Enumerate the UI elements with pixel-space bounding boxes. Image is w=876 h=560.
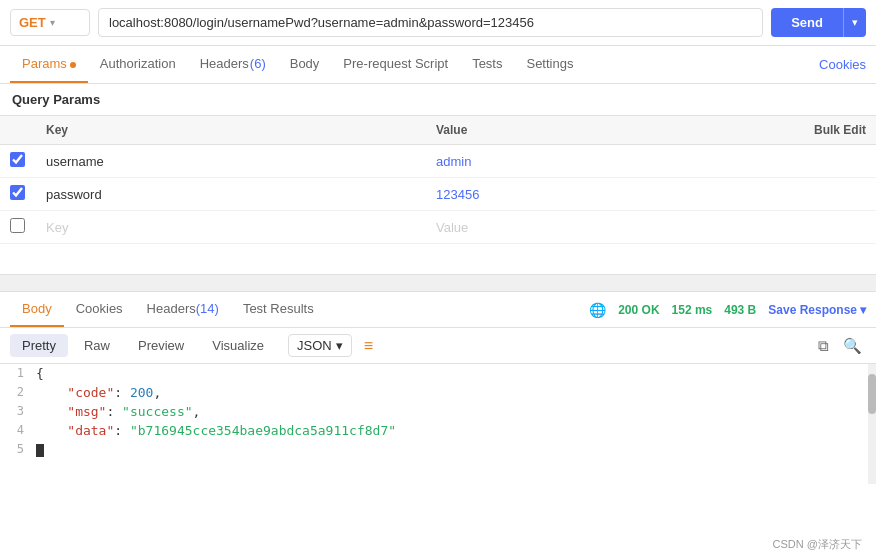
chevron-down-icon: ▾ bbox=[50, 17, 55, 28]
json-line-1: 1 { bbox=[0, 364, 876, 383]
response-status-bar: 🌐 200 OK 152 ms 493 B Save Response ▾ bbox=[589, 302, 866, 318]
query-params-section: Query Params Key Value Bulk Edit usernam… bbox=[0, 84, 876, 244]
row1-checkbox-cell bbox=[0, 145, 36, 178]
send-arrow-button[interactable]: ▾ bbox=[843, 8, 866, 37]
row1-checkbox[interactable] bbox=[10, 152, 25, 167]
row2-value: 123456 bbox=[426, 178, 726, 211]
tab-authorization[interactable]: Authorization bbox=[88, 46, 188, 83]
table-row: Key Value bbox=[0, 211, 876, 244]
query-params-label: Query Params bbox=[0, 84, 876, 115]
tab-settings[interactable]: Settings bbox=[514, 46, 585, 83]
json-line-5: 5 bbox=[0, 440, 876, 459]
section-divider bbox=[0, 274, 876, 292]
table-row: password 123456 bbox=[0, 178, 876, 211]
chevron-down-icon: ▾ bbox=[860, 303, 866, 317]
row3-value: Value bbox=[426, 211, 726, 244]
request-tabs-bar: Params Authorization Headers(6) Body Pre… bbox=[0, 46, 876, 84]
cookies-link[interactable]: Cookies bbox=[819, 47, 866, 82]
json-line-3: 3 "msg": "success", bbox=[0, 402, 876, 421]
row3-checkbox[interactable] bbox=[10, 218, 25, 233]
method-label: GET bbox=[19, 15, 46, 30]
row1-value: admin bbox=[426, 145, 726, 178]
tab-tests[interactable]: Tests bbox=[460, 46, 514, 83]
filter-icon[interactable]: ≡ bbox=[364, 337, 373, 355]
format-right-icons: ⧉ 🔍 bbox=[814, 335, 866, 357]
params-table: Key Value Bulk Edit username admin bbox=[0, 115, 876, 244]
save-response-button[interactable]: Save Response ▾ bbox=[768, 303, 866, 317]
row2-extra bbox=[726, 178, 876, 211]
chevron-down-icon: ▾ bbox=[336, 338, 343, 353]
row1-key: username bbox=[36, 145, 426, 178]
row2-checkbox[interactable] bbox=[10, 185, 25, 200]
row3-key: Key bbox=[36, 211, 426, 244]
search-icon[interactable]: 🔍 bbox=[839, 335, 866, 357]
row2-key: password bbox=[36, 178, 426, 211]
tab-prerequest[interactable]: Pre-request Script bbox=[331, 46, 460, 83]
th-key: Key bbox=[36, 116, 426, 145]
row3-extra bbox=[726, 211, 876, 244]
json-body: 1 { 2 "code": 200, 3 "msg": "success", 4… bbox=[0, 364, 876, 484]
row2-checkbox-cell bbox=[0, 178, 36, 211]
tab-headers[interactable]: Headers(6) bbox=[188, 46, 278, 83]
row3-checkbox-cell bbox=[0, 211, 36, 244]
response-tab-headers[interactable]: Headers(14) bbox=[135, 292, 231, 327]
json-format-dropdown[interactable]: JSON ▾ bbox=[288, 334, 352, 357]
json-line-2: 2 "code": 200, bbox=[0, 383, 876, 402]
format-tab-raw[interactable]: Raw bbox=[72, 334, 122, 357]
response-size: 493 B bbox=[724, 303, 756, 317]
response-time: 152 ms bbox=[672, 303, 713, 317]
copy-icon[interactable]: ⧉ bbox=[814, 335, 833, 357]
response-tab-test-results[interactable]: Test Results bbox=[231, 292, 326, 327]
row1-extra bbox=[726, 145, 876, 178]
th-value: Value bbox=[426, 116, 726, 145]
format-tab-visualize[interactable]: Visualize bbox=[200, 334, 276, 357]
response-tab-cookies[interactable]: Cookies bbox=[64, 292, 135, 327]
method-selector[interactable]: GET ▾ bbox=[10, 9, 90, 36]
json-scrollbar-thumb[interactable] bbox=[868, 374, 876, 414]
format-tab-preview[interactable]: Preview bbox=[126, 334, 196, 357]
tab-body[interactable]: Body bbox=[278, 46, 332, 83]
response-tab-body[interactable]: Body bbox=[10, 292, 64, 327]
status-code: 200 OK bbox=[618, 303, 659, 317]
th-checkbox bbox=[0, 116, 36, 145]
response-tabs-bar: Body Cookies Headers(14) Test Results 🌐 … bbox=[0, 292, 876, 328]
tab-params[interactable]: Params bbox=[10, 46, 88, 83]
watermark: CSDN @泽济天下 bbox=[773, 537, 862, 552]
send-button-group: Send ▾ bbox=[771, 8, 866, 37]
table-row: username admin bbox=[0, 145, 876, 178]
url-input[interactable] bbox=[98, 8, 763, 37]
format-tabs-bar: Pretty Raw Preview Visualize JSON ▾ ≡ ⧉ … bbox=[0, 328, 876, 364]
format-tab-pretty[interactable]: Pretty bbox=[10, 334, 68, 357]
url-bar: GET ▾ Send ▾ bbox=[0, 0, 876, 46]
send-button[interactable]: Send bbox=[771, 8, 843, 37]
th-bulk-edit[interactable]: Bulk Edit bbox=[726, 116, 876, 145]
json-scrollbar[interactable] bbox=[868, 364, 876, 484]
globe-icon: 🌐 bbox=[589, 302, 606, 318]
json-line-4: 4 "data": "b716945cce354bae9abdca5a911cf… bbox=[0, 421, 876, 440]
